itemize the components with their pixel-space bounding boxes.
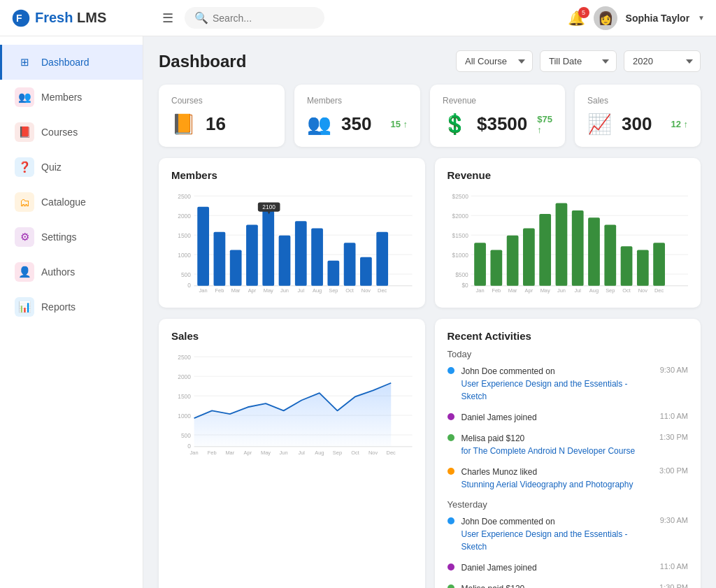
svg-text:500: 500 [181,271,191,278]
svg-text:Dec: Dec [387,450,396,456]
sidebar-item-members[interactable]: 👥 Members [0,80,143,115]
topnav-right: 🔔 5 👩 Sophia Taylor ▼ [568,6,705,30]
activity-time: 9:30 AM [660,515,688,524]
svg-rect-64 [653,243,665,286]
notification-bell[interactable]: 🔔 5 [568,10,585,27]
sidebar-item-authors[interactable]: 👤 Authors [0,254,143,289]
activity-text: John Doe commented onUser Experience Des… [461,515,654,553]
avatar: 👩 [594,6,617,30]
search-icon: 🔍 [194,11,208,24]
sidebar-item-catalogue[interactable]: 🗂 Catalogue [0,185,143,220]
sidebar-label-quiz: Quiz [41,162,62,173]
sidebar-item-settings[interactable]: ⚙ Settings [0,220,143,254]
svg-text:May: May [540,287,550,294]
members-value: 350 [341,113,371,135]
activity-text: Daniel James joined [461,411,654,424]
svg-rect-63 [636,250,648,285]
activity-time: 1:30 PM [659,432,688,441]
avatar-image: 👩 [598,10,613,26]
sales-sub: 12 ↑ [671,119,688,129]
date-filter[interactable]: Till Date [540,50,617,72]
svg-rect-27 [360,257,372,286]
stat-revenue: Revenue 💲 $3500 $75 ↑ [430,85,565,147]
user-menu-chevron[interactable]: ▼ [698,14,705,22]
svg-text:Apr: Apr [524,287,533,294]
sidebar-label-courses: Courses [41,127,78,138]
activity-item: Charles Munoz likedStunning Aerial Video… [448,466,689,491]
svg-text:Jan: Jan [475,287,484,294]
revenue-value: $3500 [477,113,527,135]
svg-text:Oct: Oct [345,287,355,294]
sidebar-item-dashboard[interactable]: ⊞ Dashboard [0,45,143,80]
svg-text:Feb: Feb [215,287,224,294]
activity-item: Daniel James joined 11:0 AM [448,561,689,574]
notification-badge: 5 [578,7,589,18]
sidebar: ⊞ Dashboard 👥 Members 📕 Courses ❓ Quiz 🗂… [0,36,143,588]
svg-rect-18 [262,210,274,286]
activity-content: Daniel James joined [461,411,654,424]
svg-text:Jan: Jan [190,450,199,456]
revenue-chart-svg: $2500 $2000 $1500 $1000 $500 $0 [448,189,689,294]
sales-value: 300 [622,113,652,135]
svg-text:$1000: $1000 [452,252,468,259]
sidebar-label-members: Members [41,92,82,103]
reports-icon: 📊 [15,297,34,317]
user-name[interactable]: Sophia Taylor [626,13,690,24]
svg-text:Mar: Mar [225,450,234,456]
svg-text:0: 0 [187,282,191,289]
settings-icon: ⚙ [15,227,34,247]
activity-text: Charles Munoz likedStunning Aerial Video… [461,466,654,491]
logo: F Fresh LMS [11,8,151,28]
search-bar: 🔍 [185,7,324,29]
svg-text:Feb: Feb [492,287,501,294]
charts-row-2: Sales 2500 2000 1500 1000 500 0 [159,319,701,588]
svg-rect-56 [523,229,535,286]
year-filter[interactable]: 2020 [624,50,701,72]
sidebar-label-authors: Authors [41,266,75,278]
svg-rect-62 [620,246,632,286]
sales-icon: 📈 [587,113,612,136]
stat-members-body: 👥 350 15 ↑ [307,113,408,136]
stat-courses-body: 📙 16 [171,113,272,136]
svg-text:Apr: Apr [244,450,252,456]
svg-text:2500: 2500 [178,354,191,361]
svg-text:0: 0 [187,443,191,450]
svg-text:Jun: Jun [280,287,289,294]
activity-link[interactable]: for The Complete Android N Developer Cou… [461,446,636,456]
activity-text: Melisa paid $120for The Complete Android… [461,432,654,457]
sidebar-item-reports[interactable]: 📊 Reports [0,289,143,324]
svg-text:Aug: Aug [313,287,322,294]
activity-item: John Doe commented onUser Experience Des… [448,515,689,553]
dashboard-icon: ⊞ [15,52,34,72]
course-filter[interactable]: All Course [456,50,533,72]
activity-time: 1:30 PM [659,582,688,588]
revenue-chart-card: Revenue $2500 $2000 $1500 $1000 $500 $0 [435,158,701,308]
activity-link[interactable]: User Experience Design and the Essential… [461,379,628,401]
svg-text:Dec: Dec [654,287,664,294]
svg-rect-17 [246,224,258,285]
activity-link[interactable]: Stunning Aerial Videography and Photogra… [461,480,633,489]
svg-text:May: May [261,450,271,456]
activity-content: Melisa paid $120for The Complete Android… [461,582,654,588]
svg-text:2100: 2100 [262,203,275,210]
charts-row-1: Members 2500 2000 1500 1000 500 0 [159,158,701,308]
activity-link[interactable]: User Experience Design and the Essential… [461,529,628,552]
members-icon: 👥 [307,113,331,136]
hamburger-button[interactable]: ☰ [157,8,179,29]
stat-revenue-label: Revenue [443,96,552,106]
search-input[interactable] [213,13,310,24]
sidebar-item-courses[interactable]: 📕 Courses [0,115,143,150]
members-sub: 15 ↑ [390,119,408,129]
sidebar-item-quiz[interactable]: ❓ Quiz [0,150,143,185]
sales-chart-card: Sales 2500 2000 1500 1000 500 0 [159,319,425,588]
activities-card: Recent Activities Today John Doe comment… [435,319,701,588]
svg-text:2000: 2000 [178,213,191,220]
svg-text:Jun: Jun [557,287,565,294]
svg-text:Oct: Oct [622,287,631,294]
activity-dot [448,585,454,588]
logo-text: Fresh LMS [35,10,106,26]
stat-sales-label: Sales [587,96,688,106]
activity-text: Daniel James joined [461,561,654,574]
filter-bar: All Course Till Date 2020 [456,50,701,72]
activity-content: Daniel James joined [461,561,654,574]
